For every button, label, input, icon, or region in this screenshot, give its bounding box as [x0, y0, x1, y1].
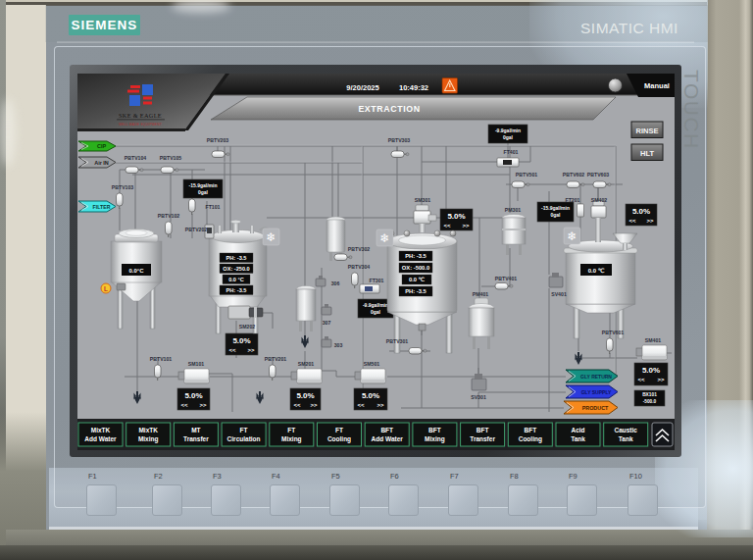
svg-text:307: 307 — [323, 320, 331, 326]
svg-text:Mixing: Mixing — [425, 435, 445, 443]
svg-text:-9.9gal/min: -9.9gal/min — [363, 302, 388, 308]
svg-text:BFT: BFT — [477, 427, 489, 433]
svg-text:>>: >> — [646, 218, 654, 224]
svg-text:PBTV102: PBTV102 — [158, 213, 180, 219]
svg-text:FT201: FT201 — [566, 197, 580, 203]
svg-text:Caustic: Caustic — [614, 427, 637, 433]
svg-text:5.0%: 5.0% — [632, 207, 650, 216]
svg-text:PBTV101: PBTV101 — [150, 356, 173, 362]
svg-text:0gal: 0gal — [550, 212, 561, 218]
svg-text:0.0°C: 0.0°C — [128, 268, 144, 274]
svg-text:306: 306 — [331, 280, 340, 286]
svg-text:WELL MADE EQUIPMENT: WELL MADE EQUIPMENT — [119, 123, 162, 127]
svg-text:5.0%: 5.0% — [232, 336, 250, 345]
svg-text:<<: << — [293, 402, 301, 408]
svg-text:Mixing: Mixing — [138, 435, 159, 443]
svg-text:FT: FT — [335, 427, 343, 433]
svg-text:PH: -3.5: PH: -3.5 — [405, 253, 427, 259]
svg-text:Add Water: Add Water — [372, 435, 404, 442]
svg-text:RINSE: RINSE — [636, 127, 659, 135]
svg-text:0gal: 0gal — [503, 134, 514, 140]
svg-text:<<: << — [180, 402, 188, 408]
svg-text:Mixing: Mixing — [281, 435, 302, 443]
svg-text:PBTV401: PBTV401 — [495, 276, 518, 281]
svg-text:<<: << — [637, 377, 645, 382]
svg-text:FT401: FT401 — [504, 149, 519, 155]
svg-text:BFT: BFT — [380, 427, 393, 433]
svg-text:PBTV301: PBTV301 — [386, 338, 409, 344]
svg-text:L: L — [104, 285, 108, 292]
svg-text:SM402: SM402 — [591, 197, 608, 203]
svg-text:Tank: Tank — [619, 435, 633, 442]
svg-text:BFT: BFT — [524, 427, 536, 433]
svg-text:9/20/2025: 9/20/2025 — [346, 83, 378, 92]
svg-text:HLT: HLT — [640, 149, 654, 158]
svg-text:EXTRACTION: EXTRACTION — [358, 104, 420, 114]
svg-text:PBTV302: PBTV302 — [348, 246, 371, 252]
svg-text:SM301: SM301 — [415, 197, 431, 203]
svg-text:PBTV104: PBTV104 — [125, 155, 147, 161]
svg-text:10:49:32: 10:49:32 — [399, 83, 428, 92]
svg-text:❄: ❄ — [379, 231, 389, 245]
svg-text:303: 303 — [334, 342, 343, 348]
svg-text:PBTV602: PBTV602 — [563, 172, 585, 178]
svg-text:-15.9gal/min: -15.9gal/min — [189, 182, 218, 188]
svg-text:BX101: BX101 — [642, 392, 657, 397]
svg-text:PM401: PM401 — [473, 291, 489, 297]
svg-text:5.0%: 5.0% — [184, 391, 202, 400]
svg-text:5.0%: 5.0% — [362, 391, 379, 400]
svg-text:PH: -3.5: PH: -3.5 — [226, 255, 247, 261]
svg-text:Tank: Tank — [571, 435, 585, 442]
svg-text:Cooling: Cooling — [519, 435, 542, 443]
svg-text:>>: >> — [247, 347, 255, 353]
svg-text:FT301: FT301 — [370, 278, 384, 283]
svg-text:PH: -3.5: PH: -3.5 — [405, 288, 427, 294]
svg-text:-15.9gal/min: -15.9gal/min — [541, 205, 570, 211]
svg-text:❄: ❄ — [266, 230, 276, 244]
svg-text:Circulation: Circulation — [227, 435, 261, 442]
svg-text:❄: ❄ — [567, 229, 577, 243]
svg-text:Add Water: Add Water — [84, 435, 117, 442]
svg-text:<<: << — [228, 347, 236, 353]
svg-text:Transfer: Transfer — [470, 435, 495, 442]
svg-text:FT: FT — [240, 427, 248, 433]
svg-text:GLY RETURN: GLY RETURN — [580, 374, 612, 380]
svg-text:SV401: SV401 — [551, 291, 567, 297]
svg-text:0.0 °C: 0.0 °C — [228, 277, 244, 282]
svg-text:SV301: SV301 — [471, 394, 486, 400]
svg-text:MixTK: MixTK — [138, 427, 158, 433]
svg-text:SKE & EAGLE: SKE & EAGLE — [119, 112, 162, 119]
svg-text:BFT: BFT — [428, 427, 441, 433]
svg-text:<<: << — [443, 223, 451, 229]
svg-text:SM401: SM401 — [645, 337, 662, 343]
svg-text:PBTV601: PBTV601 — [602, 330, 625, 335]
svg-text:PBTV103: PBTV103 — [112, 184, 134, 190]
svg-text:PBTV201: PBTV201 — [265, 356, 287, 362]
svg-text:PBTV603: PBTV603 — [587, 172, 610, 178]
svg-text:FILTER: FILTER — [93, 204, 111, 210]
svg-text:PH: -3.5: PH: -3.5 — [226, 287, 247, 293]
svg-text:5.0%: 5.0% — [447, 212, 465, 221]
svg-text:Air IN: Air IN — [94, 160, 109, 166]
svg-text:<<: << — [357, 402, 365, 408]
svg-text:PBTV203: PBTV203 — [207, 137, 229, 143]
svg-text:5.0%: 5.0% — [296, 391, 314, 400]
svg-text:MT: MT — [191, 427, 200, 433]
svg-text:0.0 ℃: 0.0 ℃ — [588, 268, 605, 274]
svg-text:0gal: 0gal — [371, 309, 381, 315]
svg-text:Acid: Acid — [571, 427, 584, 433]
svg-text:MixTK: MixTK — [91, 427, 111, 433]
svg-text:PM301: PM301 — [505, 207, 522, 213]
svg-text:Cooling: Cooling — [327, 435, 351, 443]
svg-text:PBTV303: PBTV303 — [388, 137, 411, 143]
svg-text:-9.9gal/min: -9.9gal/min — [495, 127, 521, 133]
svg-text:-500.0: -500.0 — [643, 399, 657, 404]
svg-text:OX: -500.0: OX: -500.0 — [402, 265, 429, 271]
svg-text:OX: -250.0: OX: -250.0 — [223, 266, 249, 272]
svg-text:5.0%: 5.0% — [642, 366, 660, 375]
svg-text:>>: >> — [199, 402, 207, 408]
svg-text:PBTV202: PBTV202 — [185, 227, 208, 232]
svg-text:PRODUCT: PRODUCT — [582, 405, 609, 411]
svg-text:Transfer: Transfer — [183, 435, 209, 442]
svg-text:<<: << — [628, 218, 636, 224]
